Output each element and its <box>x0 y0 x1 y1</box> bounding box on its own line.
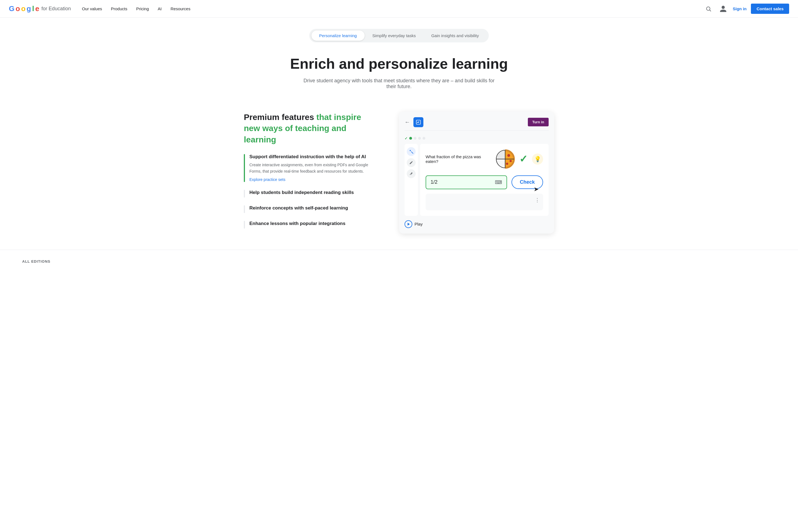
svg-point-5 <box>507 154 510 157</box>
more-options-icon[interactable]: ⋮ <box>535 197 540 203</box>
nav-link-ai[interactable]: AI <box>158 6 162 11</box>
feature-list: Support differentiated instruction with … <box>244 154 377 229</box>
tabs-section: Personalize learning Simplify everyday t… <box>0 29 798 42</box>
feature-item-4: Enhance lessons with popular integration… <box>244 221 377 229</box>
answer-input[interactable]: 1/2 ⌨ <box>425 175 507 189</box>
contact-sales-button[interactable]: Contact sales <box>751 4 789 14</box>
mockup-sidebar <box>404 144 418 216</box>
all-editions-section: ALL EDITIONS <box>0 250 798 273</box>
feature-item-1: Support differentiated instruction with … <box>244 154 377 182</box>
play-label: Play <box>415 222 422 226</box>
progress-dot-2 <box>414 137 416 140</box>
nav-link-pricing[interactable]: Pricing <box>136 6 149 11</box>
feature-desc-1: Create interactive assignments, even fro… <box>249 162 377 174</box>
tab-personalize-learning[interactable]: Personalize learning <box>311 31 365 41</box>
correct-checkmark: ✓ <box>519 153 528 165</box>
svg-line-1 <box>710 10 711 11</box>
nav-links: Our values Products Pricing AI Resources <box>82 6 191 11</box>
svg-line-3 <box>412 152 413 153</box>
main-content: Premium features that inspire new ways o… <box>219 98 579 250</box>
keyboard-icon: ⌨ <box>495 179 502 185</box>
nav-link-resources[interactable]: Resources <box>170 6 190 11</box>
sidebar-tool-1[interactable] <box>407 147 416 156</box>
feature-text-4: Enhance lessons with popular integration… <box>249 221 345 229</box>
svg-point-0 <box>706 7 710 10</box>
wand-icon <box>409 149 413 154</box>
mockup-container: ← Turn in ✓ <box>399 112 554 233</box>
feature-title-4: Enhance lessons with popular integration… <box>249 221 345 226</box>
back-arrow-icon[interactable]: ← <box>404 119 410 125</box>
search-button[interactable] <box>703 4 714 14</box>
mockup-nav: ← <box>404 117 436 127</box>
question-row: What fraction of the pizza was eaten? <box>425 149 543 169</box>
logo-for-education-text: for Education <box>41 6 71 12</box>
feature-link-1[interactable]: Explore practice sets <box>249 177 285 182</box>
feature-text-3: Reinforce concepts with self-paced learn… <box>249 205 348 213</box>
mockup-body: What fraction of the pizza was eaten? <box>404 144 549 216</box>
feature-bar-inactive-3 <box>244 205 245 213</box>
tabs-pill: Personalize learning Simplify everyday t… <box>309 29 489 42</box>
feature-title-1: Support differentiated instruction with … <box>249 154 377 159</box>
sidebar-tool-2[interactable] <box>407 158 416 167</box>
hint-icon[interactable]: 💡 <box>532 153 543 165</box>
sign-in-link[interactable]: Sign in <box>733 6 746 11</box>
play-row: Play <box>404 220 549 228</box>
question-text: What fraction of the pizza was eaten? <box>425 154 491 164</box>
feature-text-1: Support differentiated instruction with … <box>249 154 377 182</box>
answer-value: 1/2 <box>431 179 438 185</box>
hero-section: Enrich and personalize learning Drive st… <box>0 42 798 98</box>
hero-subtitle: Drive student agency with tools that mee… <box>302 78 496 90</box>
nav-link-our-values[interactable]: Our values <box>82 6 102 11</box>
answer-row: 1/2 ⌨ Check ➤ <box>425 175 543 189</box>
nav-link-products[interactable]: Products <box>111 6 127 11</box>
feature-text-2: Help students build independent reading … <box>249 190 354 197</box>
note-area: ⋮ <box>425 194 543 210</box>
cursor-arrow-icon: ➤ <box>534 186 539 193</box>
nav-left: Google for Education Our values Products… <box>9 4 190 13</box>
svg-point-6 <box>510 160 512 162</box>
feature-bar-active <box>244 154 245 182</box>
progress-dot-1 <box>409 137 412 140</box>
account-icon <box>719 5 727 13</box>
features-section: Premium features that inspire new ways o… <box>244 112 377 236</box>
mockup-question-area: What fraction of the pizza was eaten? <box>420 144 549 216</box>
features-heading-normal: Premium features <box>244 113 317 122</box>
play-button[interactable] <box>404 220 412 228</box>
progress-dots: ✓ <box>404 134 549 144</box>
hero-title: Enrich and personalize learning <box>9 56 789 72</box>
tab-simplify-tasks[interactable]: Simplify everyday tasks <box>365 31 424 41</box>
all-editions-label: ALL EDITIONS <box>22 259 51 264</box>
feature-title-3: Reinforce concepts with self-paced learn… <box>249 205 348 211</box>
eraser-icon <box>409 172 413 176</box>
feature-bar-inactive-2 <box>244 190 245 197</box>
nav-right: Sign in Contact sales <box>703 4 789 14</box>
play-triangle-icon <box>407 223 410 226</box>
mockup-app-icon <box>413 117 423 127</box>
mockup-header: ← Turn in <box>404 117 549 131</box>
google-education-logo[interactable]: Google for Education <box>9 4 71 13</box>
progress-dot-3 <box>418 137 421 140</box>
svg-point-7 <box>506 163 508 165</box>
account-button[interactable] <box>718 4 728 14</box>
feature-item-3: Reinforce concepts with self-paced learn… <box>244 205 377 213</box>
progress-dot-4 <box>422 137 425 140</box>
search-icon <box>705 6 711 12</box>
navigation: Google for Education Our values Products… <box>0 0 798 18</box>
turn-in-button[interactable]: Turn in <box>528 118 549 126</box>
assignment-icon <box>416 119 421 125</box>
tab-gain-insights[interactable]: Gain insights and visibility <box>423 31 487 41</box>
pizza-icon <box>495 149 515 169</box>
mockup-section: ← Turn in ✓ <box>399 112 554 233</box>
feature-item-2: Help students build independent reading … <box>244 190 377 197</box>
feature-title-2: Help students build independent reading … <box>249 190 354 195</box>
pencil-icon <box>409 161 413 165</box>
feature-bar-inactive-4 <box>244 221 245 229</box>
features-heading: Premium features that inspire new ways o… <box>244 112 377 146</box>
sidebar-tool-3[interactable] <box>407 169 416 178</box>
